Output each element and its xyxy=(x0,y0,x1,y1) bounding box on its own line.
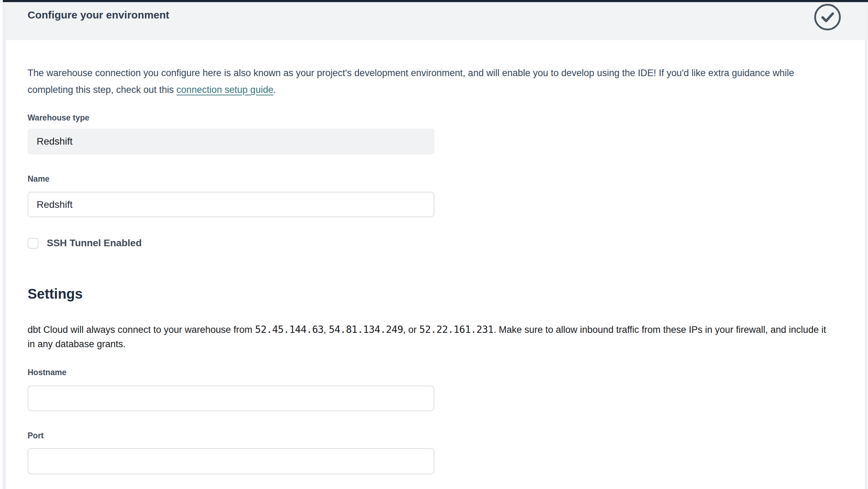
warehouse-type-field: Redshift xyxy=(28,129,434,154)
port-label: Port xyxy=(28,430,833,441)
ip-address-1: 52.45.144.63 xyxy=(255,324,323,335)
name-label: Name xyxy=(28,174,833,184)
app-top-bar xyxy=(3,0,868,2)
configure-environment-panel: Configure your environment The warehouse… xyxy=(6,2,865,489)
settings-heading: Settings xyxy=(28,286,833,302)
warehouse-type-group: Warehouse type Redshift xyxy=(28,112,833,154)
warehouse-type-label: Warehouse type xyxy=(28,112,833,123)
hostname-input[interactable] xyxy=(28,386,434,411)
connection-setup-guide-link[interactable]: connection setup guide xyxy=(176,85,273,95)
ip-notice-before: dbt Cloud will always connect to your wa… xyxy=(28,324,255,335)
intro-paragraph: The warehouse connection you configure h… xyxy=(28,65,833,98)
ssh-tunnel-label: SSH Tunnel Enabled xyxy=(47,238,142,249)
name-input[interactable] xyxy=(28,192,434,217)
ip-address-2: 54.81.134.249 xyxy=(329,324,403,335)
intro-text-after: . xyxy=(273,85,276,95)
ip-notice-paragraph: dbt Cloud will always connect to your wa… xyxy=(28,322,833,351)
ip-sep-2: , or xyxy=(403,324,419,335)
page-background-left xyxy=(2,2,6,489)
hostname-label: Hostname xyxy=(28,367,833,378)
name-group: Name xyxy=(28,174,833,217)
ip-address-3: 52.22.161.231 xyxy=(419,324,494,335)
page-title: Configure your environment xyxy=(28,9,169,21)
hostname-group: Hostname xyxy=(28,367,833,411)
step-complete-check-icon xyxy=(814,3,841,31)
port-group: Port xyxy=(28,430,833,474)
port-input[interactable] xyxy=(28,448,434,474)
warehouse-type-value: Redshift xyxy=(37,136,73,147)
panel-body: The warehouse connection you configure h… xyxy=(6,40,865,474)
intro-text-before: The warehouse connection you configure h… xyxy=(28,68,794,95)
ssh-tunnel-checkbox[interactable] xyxy=(28,238,38,249)
ssh-tunnel-row: SSH Tunnel Enabled xyxy=(28,238,833,249)
panel-header: Configure your environment xyxy=(6,2,865,40)
scrollbar-track[interactable] xyxy=(865,2,868,489)
ip-sep-1: , xyxy=(324,324,329,335)
